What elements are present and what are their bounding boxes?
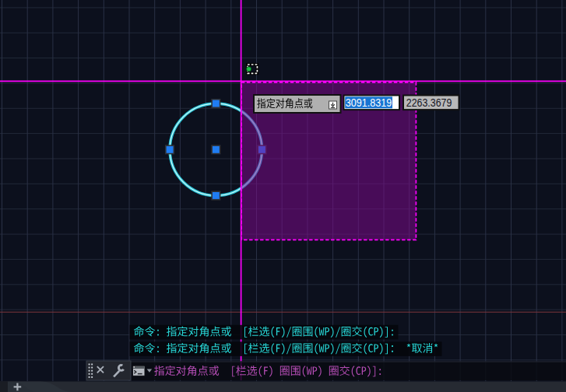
svg-text:3091.8319: 3091.8319: [346, 96, 392, 109]
svg-text:2263.3679: 2263.3679: [406, 96, 452, 109]
